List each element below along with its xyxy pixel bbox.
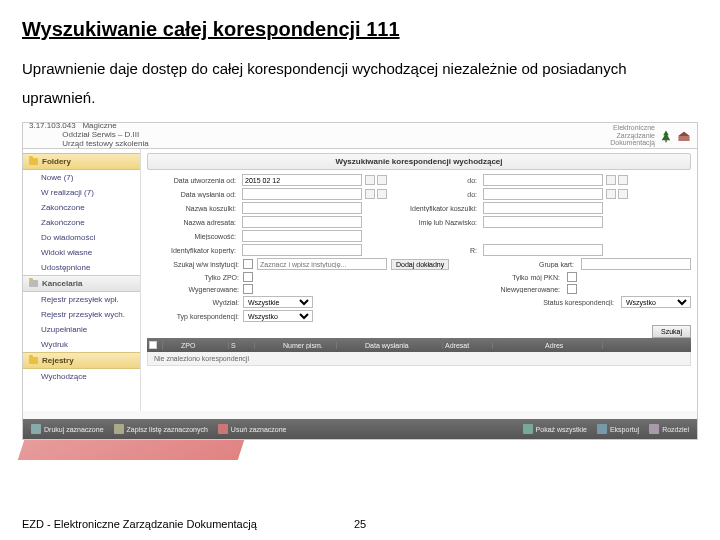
input-miejscowosc[interactable] [242,230,362,242]
action-export[interactable]: Eksportuj [597,424,639,434]
input-ident-koszulki[interactable] [483,202,603,214]
folder-icon [29,280,38,287]
sidebar-header-rejestry[interactable]: Rejestry [23,352,140,369]
sidebar-item-wydruk[interactable]: Wydruk [23,337,140,352]
sidebar-item-zakonczone2[interactable]: Zakończone [23,215,140,230]
trash-icon [218,424,228,434]
label-tylko-moj-pkn: Tylko mój PKN: [479,274,563,281]
action-delete[interactable]: Usuń zaznaczone [218,424,287,434]
page-number: 25 [310,518,410,530]
label-data-wys-od: Data wysłania od: [147,191,239,198]
export-icon [597,424,607,434]
col-numer[interactable]: Numer pism. [281,342,337,349]
clear-icon[interactable] [618,175,628,185]
clear-icon[interactable] [618,189,628,199]
calendar-icon[interactable] [606,189,616,199]
action-showall[interactable]: Pokaż wszystkie [523,424,587,434]
action-split[interactable]: Rozdziel [649,424,689,434]
col-data-wyslania[interactable]: Data wysłania [363,342,443,349]
label-niewygenerowane: Niewygenerowane: [479,286,563,293]
label-typ: Typ korespondencji: [147,313,239,320]
app-topbar: 3.17.103.043 Magiczne Oddział Serwis – D… [23,123,697,149]
label-tylko-zpo: Tylko ZPO: [147,274,239,281]
sidebar-item-wrealizacji[interactable]: W realizacji (7) [23,185,140,200]
label-imie-nazwisko: Imię lub Nazwisko: [396,219,480,226]
input-szukaj-inst[interactable] [257,258,387,270]
folder-icon [29,357,38,364]
label-grupa-kart: Grupa kart: [507,261,577,268]
select-typ[interactable]: Wszystko [243,310,313,322]
sidebar-item-dowiadomosci[interactable]: Do wiadomości [23,230,140,245]
list-icon [523,424,533,434]
sidebar: Foldery Nowe (7) W realizacji (7) Zakońc… [23,149,141,411]
action-bar: Drukuj zaznaczone Zapisz listę zaznaczon… [23,419,697,439]
label-do: do: [396,177,480,184]
label-wydzial: Wydział: [147,299,239,306]
action-print[interactable]: Drukuj zaznaczone [31,424,104,434]
col-adresat[interactable]: Adresat [443,342,493,349]
search-button[interactable]: Szukaj [652,325,691,338]
input-data-utw-od[interactable] [242,174,362,186]
label-szukaj-inst: Szukaj w/w instytucji: [147,261,239,268]
checkbox-szukaj-inst[interactable] [243,259,253,269]
checkbox-tylko-moj-pkn[interactable] [567,272,577,282]
topbar-org: 3.17.103.043 Magiczne Oddział Serwis – D… [29,122,149,148]
app-screenshot: 3.17.103.043 Magiczne Oddział Serwis – D… [22,122,698,440]
results-table-header: ZPO S Numer pism. Data wysłania Adresat … [147,338,691,352]
sidebar-item-rej-wych[interactable]: Rejestr przesyłek wych. [23,307,140,322]
checkbox-tylko-zpo[interactable] [243,272,253,282]
button-dodaj-dokladny[interactable]: Dodaj dokładny [391,259,449,270]
calendar-icon[interactable] [606,175,616,185]
main-panel: Wyszukiwanie korespondencji wychodzącej … [141,149,697,411]
clear-icon[interactable] [377,189,387,199]
sidebar-item-rej-wpl[interactable]: Rejestr przesyłek wpł. [23,292,140,307]
topbar-ip: 3.17.103.043 [29,121,76,130]
input-data-utw-do[interactable] [483,174,603,186]
checkbox-niewygenerowane[interactable] [567,284,577,294]
slide-title: Wyszukiwanie całej korespondencji 111 [22,18,698,41]
sidebar-item-udostepnione[interactable]: Udostępnione [23,260,140,275]
slide-footer: EZD - Elektroniczne Zarządzanie Dokument… [0,518,720,530]
action-savelist[interactable]: Zapisz listę zaznaczonych [114,424,208,434]
sidebar-header-kancelaria[interactable]: Kancelaria [23,275,140,292]
split-icon [649,424,659,434]
sidebar-item-nowe[interactable]: Nowe (7) [23,170,140,185]
label-miejscowosc: Miejscowość: [147,233,239,240]
input-nazwa-koszulki[interactable] [242,202,362,214]
calendar-icon[interactable] [365,175,375,185]
input-data-wys-do[interactable] [483,188,603,200]
label-do2: do: [396,191,480,198]
label-r: R: [396,247,480,254]
sidebar-item-uzupelnianie[interactable]: Uzupełnianie [23,322,140,337]
clear-icon[interactable] [377,175,387,185]
select-wydzial[interactable]: Wszystkie [243,296,313,308]
select-status[interactable]: Wszystko [621,296,691,308]
label-nazwa-adresata: Nazwa adresata: [147,219,239,226]
input-nazwa-adresata[interactable] [242,216,362,228]
checkbox-wygenerowane[interactable] [243,284,253,294]
col-s[interactable]: S [229,342,255,349]
input-r[interactable] [483,244,603,256]
label-ident-koperty: Identyfikator koperty: [147,247,239,254]
sidebar-header-foldery[interactable]: Foldery [23,153,140,170]
label-data-utw-od: Data utworzenia od: [147,177,239,184]
input-grupa-kart[interactable] [581,258,691,270]
input-ident-koperty[interactable] [242,244,362,256]
tree-icon [659,129,673,143]
input-imie-nazwisko[interactable] [483,216,603,228]
col-zpo[interactable]: ZPO [179,342,229,349]
col-adres[interactable]: Adres [543,342,603,349]
sidebar-item-zakonczone[interactable]: Zakończone [23,200,140,215]
svg-rect-0 [665,139,666,142]
sidebar-item-wychodzace[interactable]: Wychodzące [23,369,140,384]
slide-description: Uprawnienie daje dostęp do całej korespo… [22,55,698,112]
label-wygenerowane: Wygenerowane: [147,286,239,293]
calendar-icon[interactable] [365,189,375,199]
input-data-wys-od[interactable] [242,188,362,200]
footer-text: EZD - Elektroniczne Zarządzanie Dokument… [22,518,310,530]
col-check[interactable] [147,341,163,350]
search-form: Data utworzenia od: do: Data wysłania od… [147,174,691,256]
printer-icon [31,424,41,434]
sidebar-item-widoki[interactable]: Widoki własne [23,245,140,260]
folder-icon [29,158,38,165]
